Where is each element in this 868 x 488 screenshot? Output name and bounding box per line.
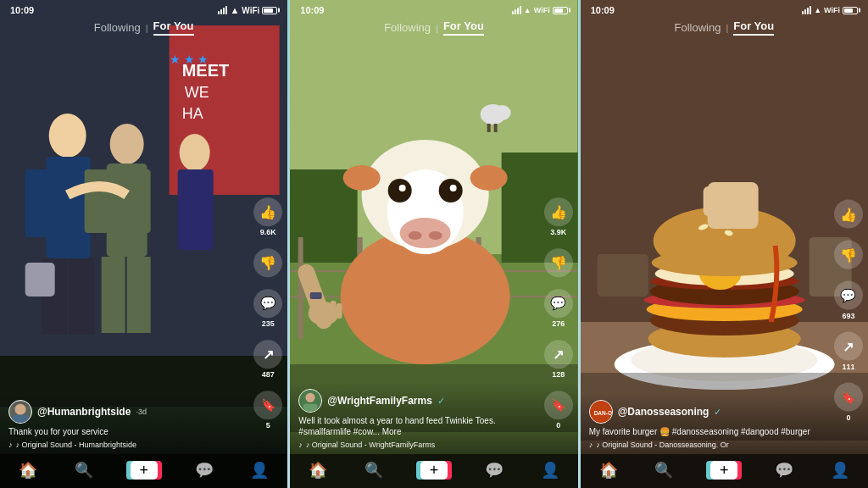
dislike-btn-1[interactable]: 👎 <box>253 248 282 277</box>
nav-search-2[interactable]: 🔍 <box>364 461 383 480</box>
follow-indicator-1: ·3d <box>136 408 147 416</box>
save-count-1: 5 <box>266 421 270 430</box>
nav-divider-3: | <box>726 23 728 33</box>
caption-3: My favorite burger 🍔 #danosseasoning #da… <box>589 426 829 437</box>
comment-count-2: 276 <box>552 319 565 328</box>
creator-handle-3[interactable]: @Danosseasoning <box>618 406 709 418</box>
save-count-3: 0 <box>846 413 850 422</box>
phone-2: 10:09 ▲ WiFi <box>290 0 577 488</box>
top-nav-3: Following | For You <box>581 18 868 42</box>
nav-foryou-1[interactable]: For You <box>153 19 194 36</box>
status-bar-3: 10:09 ▲ WiFi <box>581 0 868 18</box>
avatar-2 <box>298 389 322 413</box>
nav-add-2[interactable]: + <box>420 461 448 480</box>
nav-profile-3[interactable]: 👤 <box>831 461 849 480</box>
bottom-nav-2: 🏠 🔍 + 💬 👤 <box>290 454 577 488</box>
nav-divider-1: | <box>146 23 148 33</box>
phone-3: 10:09 ▲ WiFi <box>581 0 868 488</box>
dislike-btn-2[interactable]: 👎 <box>544 248 573 277</box>
nav-following-3[interactable]: Following <box>674 21 721 34</box>
svg-rect-60 <box>303 404 318 412</box>
action-buttons-1: 👍 9.6K 👎 💬 235 ↗ 487 🔖 5 <box>253 197 282 430</box>
comment-btn-1[interactable]: 💬 235 <box>253 289 282 328</box>
nav-add-3[interactable]: + <box>710 461 737 480</box>
avatar-3: DAN-O's <box>589 400 613 424</box>
nav-search-1[interactable]: 🔍 <box>75 461 93 480</box>
nav-foryou-2[interactable]: For You <box>443 19 484 36</box>
nav-home-1[interactable]: 🏠 <box>19 461 37 480</box>
phone3-overlay: 10:09 ▲ WiFi <box>581 0 868 488</box>
nav-search-3[interactable]: 🔍 <box>654 461 673 480</box>
like-btn-3[interactable]: 👍 <box>834 200 863 229</box>
svg-point-23 <box>15 404 26 415</box>
svg-rect-24 <box>13 415 29 424</box>
share-count-3: 111 <box>842 363 854 371</box>
top-nav-2: Following | For You <box>290 18 577 42</box>
svg-point-59 <box>306 393 315 402</box>
creator-handle-1[interactable]: @Humanbrightside <box>37 406 131 418</box>
bottom-nav-1: 🏠 🔍 + 💬 👤 <box>0 454 287 488</box>
nav-following-2[interactable]: Following <box>384 21 431 34</box>
nav-profile-1[interactable]: 👤 <box>250 461 269 480</box>
nav-messages-2[interactable]: 💬 <box>485 461 504 480</box>
phone1-overlay: 10:09 ▲ WiFi <box>0 0 287 488</box>
time-1: 10:09 <box>10 5 34 15</box>
like-count-2: 3.9K <box>550 228 566 236</box>
top-nav-1: Following | For You <box>0 18 287 42</box>
phone2-overlay: 10:09 ▲ WiFi <box>290 0 577 488</box>
like-btn-1[interactable]: 👍 9.6K <box>253 197 282 236</box>
bottom-nav-3: 🏠 🔍 + 💬 👤 <box>581 454 868 488</box>
phone-1: MEET WE HA ★ ★ ★ <box>0 0 287 488</box>
nav-foryou-3[interactable]: For You <box>733 19 774 36</box>
nav-following-1[interactable]: Following <box>94 21 141 34</box>
verified-2: ✓ <box>437 396 445 407</box>
sound-2[interactable]: ♪ ♪ Original Sound - WrightFamilyFarms <box>298 441 538 449</box>
nav-messages-3[interactable]: 💬 <box>775 461 793 480</box>
status-bar-1: 10:09 ▲ WiFi <box>0 0 287 18</box>
save-count-2: 0 <box>556 421 560 430</box>
sound-1[interactable]: ♪ ♪ Original Sound - Humanbrightside <box>8 441 248 449</box>
verified-3: ✓ <box>714 407 721 418</box>
share-btn-3[interactable]: ↗ 111 <box>834 332 863 371</box>
bottom-info-2: @WrightFamilyFarms ✓ Well it took almost… <box>290 382 577 454</box>
share-btn-2[interactable]: ↗ 128 <box>544 340 573 379</box>
share-count-1: 487 <box>262 370 275 379</box>
share-btn-1[interactable]: ↗ 487 <box>253 340 282 379</box>
share-count-2: 128 <box>552 370 565 379</box>
save-btn-1[interactable]: 🔖 5 <box>253 391 282 430</box>
nav-messages-1[interactable]: 💬 <box>195 461 214 480</box>
comment-btn-3[interactable]: 💬 693 <box>834 281 863 320</box>
nav-add-1[interactable]: + <box>131 461 158 480</box>
status-bar-2: 10:09 ▲ WiFi <box>290 0 577 18</box>
time-3: 10:09 <box>591 5 615 15</box>
svg-text:DAN-O's: DAN-O's <box>593 410 611 416</box>
comment-btn-2[interactable]: 💬 276 <box>544 289 573 328</box>
nav-divider-2: | <box>436 23 438 33</box>
nav-home-3[interactable]: 🏠 <box>599 461 618 480</box>
save-btn-3[interactable]: 🔖 0 <box>834 383 863 422</box>
dislike-btn-3[interactable]: 👎 <box>834 241 863 269</box>
comment-count-3: 693 <box>842 312 854 320</box>
caption-2: Well it took almost a year to hand feed … <box>298 415 538 437</box>
like-btn-2[interactable]: 👍 3.9K <box>544 197 573 236</box>
nav-home-2[interactable]: 🏠 <box>309 461 327 480</box>
sound-3[interactable]: ♪ ♪ Original Sound - Danosseasoning. Or <box>589 441 829 449</box>
creator-handle-2[interactable]: @WrightFamilyFarms <box>327 395 432 407</box>
save-btn-2[interactable]: 🔖 0 <box>544 391 573 430</box>
time-2: 10:09 <box>300 5 324 15</box>
nav-profile-2[interactable]: 👤 <box>541 461 559 480</box>
action-buttons-3: 👍 👎 💬 693 ↗ 111 🔖 0 <box>834 200 863 422</box>
bottom-info-1: @Humanbrightside ·3d Thank you for your … <box>0 393 287 454</box>
avatar-1 <box>8 400 32 424</box>
caption-1: Thank you for your service <box>8 426 248 437</box>
like-count-1: 9.6K <box>260 228 276 236</box>
action-buttons-2: 👍 3.9K 👎 💬 276 ↗ 128 🔖 0 <box>544 197 573 430</box>
comment-count-1: 235 <box>262 319 275 328</box>
bottom-info-3: DAN-O's @Danosseasoning ✓ My favorite bu… <box>581 393 868 454</box>
